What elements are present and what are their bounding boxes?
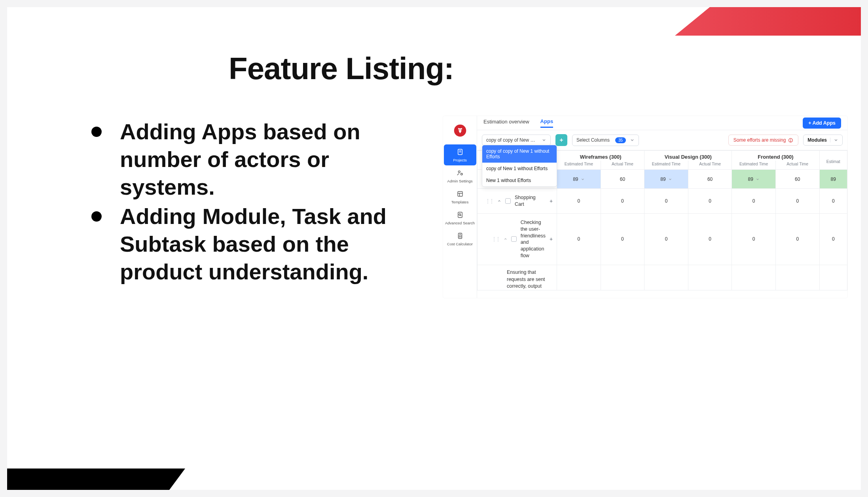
- add-apps-button[interactable]: + Add Apps: [803, 118, 841, 129]
- col-sub: Actual Time: [601, 161, 644, 170]
- col-group: Wireframes (300): [557, 151, 644, 161]
- row-label: Checking the user-friendliness and appli…: [521, 219, 546, 259]
- search-doc-icon: [457, 211, 464, 218]
- table-row: ⋮⋮ Shopping Cart + 0 0 0: [478, 189, 847, 214]
- select-columns[interactable]: Select Columns 35: [572, 135, 639, 146]
- cell-est[interactable]: 0: [557, 189, 601, 214]
- row-label-cell: ⋮⋮ Shopping Cart +: [478, 189, 557, 214]
- svg-rect-11: [458, 212, 462, 218]
- cell-act: 60: [775, 170, 819, 189]
- sidebar-item-templates[interactable]: Templates: [444, 186, 476, 207]
- checkbox[interactable]: [511, 236, 516, 242]
- chevron-up-icon[interactable]: [504, 237, 507, 241]
- add-subtask-button[interactable]: +: [550, 236, 553, 242]
- chevron-down-icon: [630, 138, 635, 142]
- checkbox[interactable]: [505, 198, 511, 204]
- dropdown-option[interactable]: copy of copy of New 1 without Efforts: [482, 145, 557, 163]
- cell-est[interactable]: 89: [557, 170, 601, 189]
- cell-est[interactable]: 89: [732, 170, 776, 189]
- app-selector-value: copy of copy of New 1 witho…: [486, 137, 538, 143]
- cell-est[interactable]: 0: [732, 189, 776, 214]
- tab-bar: Estimation overview Apps + Add Apps: [477, 116, 847, 130]
- slide-title: Feature Listing:: [229, 51, 454, 87]
- efforts-warning-text: Some efforts are missing: [733, 137, 786, 143]
- cell-act: 0: [688, 189, 732, 214]
- cell-est[interactable]: 0: [644, 213, 688, 265]
- col-sub: Actual Time: [775, 161, 819, 170]
- dropdown-option[interactable]: copy of New 1 without Efforts: [482, 163, 557, 175]
- corner-accent: [675, 7, 861, 36]
- svg-point-7: [461, 173, 462, 175]
- sidebar-item-cost-calculator[interactable]: Cost Calculator: [444, 228, 476, 249]
- svg-point-2: [461, 129, 462, 131]
- sidebar-item-label: Templates: [451, 200, 468, 204]
- cell-act: 0: [775, 213, 819, 265]
- cell-est[interactable]: 0: [557, 213, 601, 265]
- cell-est[interactable]: 0: [644, 189, 688, 214]
- col-sub: Estimated Time: [732, 161, 776, 170]
- sidebar-item-label: Projects: [453, 158, 466, 162]
- efforts-warning: Some efforts are missing: [728, 135, 799, 146]
- svg-point-12: [459, 214, 461, 216]
- col-sub: Estimated Time: [557, 161, 601, 170]
- doc-icon: [457, 148, 464, 156]
- tab-apps[interactable]: Apps: [540, 118, 553, 128]
- sidebar: Projects Admin Settings Templates Advanc…: [443, 116, 477, 298]
- col-sub-partial: Estimat: [819, 151, 847, 170]
- col-group: Visual Design (300): [644, 151, 732, 161]
- sidebar-item-label: Advanced Search: [445, 221, 475, 225]
- svg-rect-8: [458, 192, 462, 196]
- chevron-down-icon: [581, 177, 585, 181]
- cell-act: 60: [688, 170, 732, 189]
- cell-est-partial[interactable]: 0: [819, 213, 847, 265]
- svg-point-1: [459, 129, 460, 131]
- slide-frame: Feature Listing: Adding Apps based on nu…: [0, 0, 868, 497]
- app-content: Estimation overview Apps + Add Apps copy…: [477, 116, 847, 298]
- cell-est-partial[interactable]: 0: [819, 189, 847, 214]
- alert-icon: [788, 138, 793, 143]
- cell-est[interactable]: 0: [732, 213, 776, 265]
- row-label-cell: Ensuring that requests are sent correctl…: [478, 265, 557, 290]
- drag-handle-icon[interactable]: ⋮⋮: [485, 198, 493, 204]
- chevron-down-icon: [542, 138, 546, 142]
- cell-est[interactable]: 89: [644, 170, 688, 189]
- cell-est-partial[interactable]: 89: [819, 170, 847, 189]
- bullet-list: Adding Apps based on number of actors or…: [88, 118, 428, 287]
- col-sub: Estimated Time: [644, 161, 688, 170]
- cell-act: 0: [688, 213, 732, 265]
- layout-icon: [457, 190, 464, 197]
- sidebar-item-admin-settings[interactable]: Admin Settings: [444, 165, 476, 186]
- svg-line-13: [460, 215, 461, 216]
- select-columns-count: 35: [615, 137, 626, 143]
- row-label: Ensuring that requests are sent correctl…: [507, 269, 545, 289]
- col-group: Frontend (300): [732, 151, 819, 161]
- svg-point-19: [461, 237, 461, 237]
- add-selection-button[interactable]: [555, 134, 567, 146]
- col-sub: Actual Time: [688, 161, 732, 170]
- table-row: ⋮⋮ Checking the user-friendliness and ap…: [478, 213, 847, 265]
- drag-handle-icon[interactable]: ⋮⋮: [492, 236, 500, 242]
- sidebar-item-projects[interactable]: Projects: [444, 144, 476, 165]
- sidebar-item-advanced-search[interactable]: Advanced Search: [444, 207, 476, 228]
- calculator-icon: [457, 232, 464, 239]
- modules-toggle[interactable]: Modules: [803, 135, 843, 146]
- row-label-cell: ⋮⋮ Checking the user-friendliness and ap…: [478, 213, 557, 265]
- tab-estimation-overview[interactable]: Estimation overview: [483, 119, 529, 127]
- svg-point-16: [459, 235, 459, 236]
- svg-rect-14: [458, 233, 462, 239]
- cell-act: 0: [601, 189, 644, 214]
- chevron-up-icon[interactable]: [497, 199, 501, 203]
- chevron-down-icon: [834, 138, 838, 142]
- svg-point-17: [461, 235, 461, 236]
- add-subtask-button[interactable]: +: [550, 198, 553, 204]
- table-row: Ensuring that requests are sent correctl…: [478, 265, 847, 290]
- app-selector-dropdown: copy of copy of New 1 without Efforts co…: [482, 145, 557, 187]
- dropdown-option[interactable]: New 1 without Efforts: [482, 175, 557, 186]
- bullet-item: Adding Apps based on number of actors or…: [88, 118, 428, 201]
- app-selector[interactable]: copy of copy of New 1 witho…: [482, 135, 551, 146]
- slide: Feature Listing: Adding Apps based on nu…: [7, 7, 861, 490]
- svg-point-6: [458, 171, 460, 173]
- chevron-down-icon: [756, 177, 760, 181]
- chevron-down-icon: [668, 177, 672, 181]
- select-columns-label: Select Columns: [576, 137, 610, 143]
